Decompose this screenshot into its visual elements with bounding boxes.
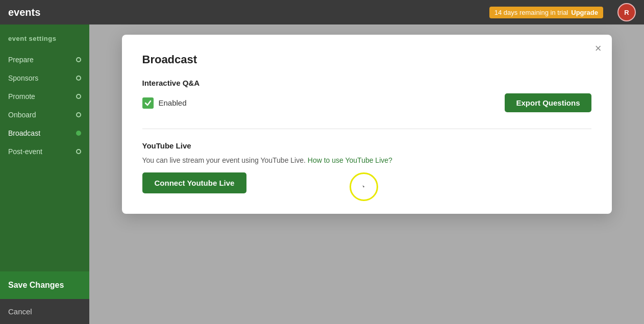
sidebar-dot-post-event [76,149,81,154]
qa-left: Enabled [142,97,187,109]
sidebar-dot-promote [76,94,81,99]
sidebar-dot-prepare [76,57,81,62]
youtube-help-link[interactable]: How to use YouTube Live? [308,156,392,164]
avatar[interactable]: R [617,3,636,21]
section-divider [142,129,591,129]
sidebar-dot-sponsors [76,76,81,81]
sidebar-dot-onboard [76,112,81,117]
youtube-description: You can live stream your event using You… [142,156,591,164]
qa-checkbox-wrapper: Enabled [142,97,187,109]
upgrade-link[interactable]: Upgrade [571,9,598,16]
youtube-section-title: YouTube Live [142,141,591,150]
app-title: events [8,7,40,18]
qa-enabled-checkbox[interactable] [142,97,154,109]
connect-youtube-button[interactable]: Connect Youtube Live [142,172,247,193]
sidebar-dot-broadcast [76,131,81,136]
sidebar-bottom: Save Changes Cancel [0,271,89,324]
qa-enabled-label: Enabled [159,98,187,107]
sidebar-item-label: Sponsors [8,74,38,82]
trial-badge: 14 days remaining in trial Upgrade [489,7,603,18]
modal: × Broadcast Interactive Q&A Enabled [122,35,612,214]
modal-section-title: Broadcast [142,53,591,66]
sidebar-item-label: Promote [8,92,35,101]
qa-row: Enabled Export Questions [142,93,591,112]
sidebar-item-sponsors[interactable]: Sponsors [0,69,89,87]
youtube-desc-text: You can live stream your event using You… [142,156,306,164]
main-layout: event settings Prepare Sponsors Promote … [0,24,644,324]
sidebar-item-onboard[interactable]: Onboard [0,106,89,124]
sidebar: event settings Prepare Sponsors Promote … [0,24,89,324]
trial-text: 14 days remaining in trial [494,9,568,16]
youtube-section: YouTube Live You can live stream your ev… [142,141,591,193]
sidebar-item-promote[interactable]: Promote [0,87,89,106]
sidebar-item-broadcast[interactable]: Broadcast [0,124,89,142]
sidebar-title: event settings [0,35,89,51]
qa-section-title: Interactive Q&A [142,79,591,87]
sidebar-item-post-event[interactable]: Post-event [0,142,89,161]
sidebar-item-label: Post-event [8,147,42,156]
save-button[interactable]: Save Changes [0,271,89,299]
modal-close-button[interactable]: × [595,43,602,54]
sidebar-item-label: Prepare [8,56,34,64]
top-bar: events 14 days remaining in trial Upgrad… [0,0,644,24]
modal-overlay: × Broadcast Interactive Q&A Enabled [89,24,644,324]
sidebar-item-prepare[interactable]: Prepare [0,51,89,69]
export-questions-button[interactable]: Export Questions [505,93,591,112]
cancel-button[interactable]: Cancel [0,299,89,324]
sidebar-item-label: Onboard [8,111,36,119]
sidebar-item-label: Broadcast [8,129,40,137]
content-area: × Broadcast Interactive Q&A Enabled [89,24,644,324]
